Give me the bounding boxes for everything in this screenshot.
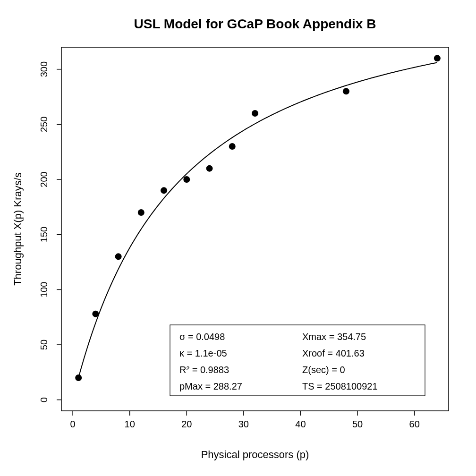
legend-r2: R² = 0.9883 — [179, 365, 229, 375]
legend-kappa: κ = 1.1e-05 — [179, 348, 227, 358]
data-point — [75, 374, 82, 381]
y-tick-label: 150 — [39, 227, 49, 242]
chart-title: USL Model for GCaP Book Appendix B — [134, 17, 376, 31]
data-point — [138, 209, 144, 216]
x-tick-label: 30 — [238, 419, 249, 429]
data-point — [115, 253, 122, 260]
data-point — [252, 110, 258, 117]
x-tick-label: 10 — [125, 419, 135, 429]
x-tick-label: 40 — [295, 419, 306, 429]
legend-ts: TS = 2508100921 — [302, 381, 378, 391]
y-tick-label: 200 — [39, 171, 49, 187]
chart-svg: USL Model for GCaP Book Appendix B 01020… — [0, 0, 476, 476]
y-tick-label: 0 — [39, 397, 49, 402]
y-tick-label: 100 — [39, 282, 49, 298]
data-point — [434, 55, 441, 61]
y-tick-label: 300 — [39, 61, 49, 77]
legend-pmax: pMax = 288.27 — [179, 381, 242, 391]
y-axis-label: Throughput X(p) Krays/s — [12, 172, 24, 286]
data-point — [206, 165, 213, 172]
x-tick-label: 0 — [70, 419, 76, 429]
legend-xroof: Xroof = 401.63 — [302, 348, 365, 358]
x-axis-label: Physical processors (p) — [201, 449, 309, 460]
data-point — [229, 143, 236, 150]
data-point — [161, 187, 167, 194]
x-tick-label: 50 — [352, 419, 363, 429]
chart-container: USL Model for GCaP Book Appendix B 01020… — [0, 0, 476, 476]
y-axis-ticks: 050100150200250300 — [39, 61, 61, 402]
legend-xmax: Xmax = 354.75 — [302, 332, 366, 342]
legend-zsec: Z(sec) = 0 — [302, 365, 345, 375]
data-points — [75, 55, 441, 381]
data-point — [183, 176, 190, 183]
x-axis-ticks: 0102030405060 — [70, 411, 420, 429]
y-tick-label: 250 — [39, 117, 49, 132]
data-point — [343, 88, 349, 94]
usl-fit-curve — [78, 62, 437, 378]
legend-sigma: σ = 0.0498 — [179, 332, 225, 342]
legend-box: σ = 0.0498 κ = 1.1e-05 R² = 0.9883 pMax … — [170, 325, 425, 396]
x-tick-label: 60 — [409, 419, 420, 429]
x-tick-label: 20 — [181, 419, 192, 429]
plot-border — [61, 47, 449, 411]
data-point — [92, 311, 99, 317]
y-tick-label: 50 — [39, 340, 49, 350]
